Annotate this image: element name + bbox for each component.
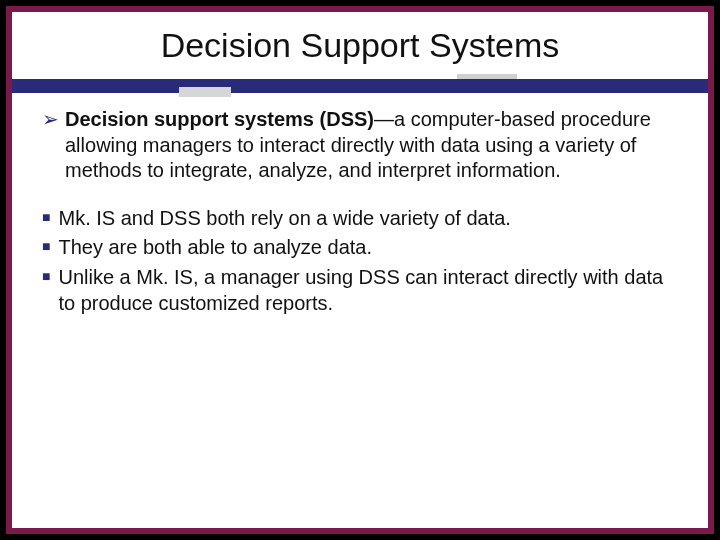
bullet-level2-text: They are both able to analyze data. <box>58 235 678 261</box>
outer-frame: Decision Support Systems ➢ Decision supp… <box>0 0 720 540</box>
bullet-level2: ■ Unlike a Mk. IS, a manager using DSS c… <box>42 265 678 316</box>
slide-title: Decision Support Systems <box>12 26 708 65</box>
title-underline <box>12 73 708 95</box>
square-bullet-icon: ■ <box>42 265 50 316</box>
content-area: ➢ Decision support systems (DSS)—a compu… <box>12 95 708 320</box>
bullet-level2: ■ They are both able to analyze data. <box>42 235 678 261</box>
maroon-frame: Decision Support Systems ➢ Decision supp… <box>6 6 714 534</box>
title-area: Decision Support Systems <box>12 12 708 73</box>
square-bullet-icon: ■ <box>42 206 50 232</box>
decorative-bar-navy <box>12 79 708 93</box>
bullet-level2: ■ Mk. IS and DSS both rely on a wide var… <box>42 206 678 232</box>
square-bullet-icon: ■ <box>42 235 50 261</box>
bullet-level2-text: Unlike a Mk. IS, a manager using DSS can… <box>58 265 678 316</box>
bullet-level1: ➢ Decision support systems (DSS)—a compu… <box>42 107 678 184</box>
bullet-level1-bold: Decision support systems (DSS) <box>65 108 374 130</box>
bullet-level1-text: Decision support systems (DSS)—a compute… <box>65 107 678 184</box>
decorative-bar-gray-bottom <box>179 87 231 97</box>
triangle-bullet-icon: ➢ <box>42 107 59 184</box>
slide: Decision Support Systems ➢ Decision supp… <box>12 12 708 528</box>
bullet-level2-text: Mk. IS and DSS both rely on a wide varie… <box>58 206 678 232</box>
